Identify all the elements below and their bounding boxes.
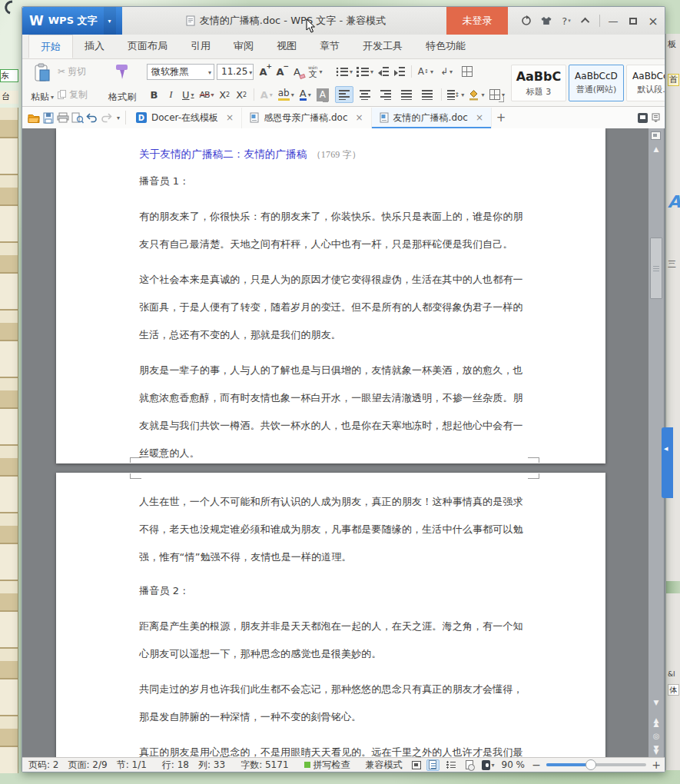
redo-button[interactable] (99, 110, 114, 125)
font-size-select[interactable]: 11.25 (217, 64, 254, 80)
strikethrough-button[interactable]: AB (198, 86, 215, 103)
align-left-button[interactable] (335, 86, 353, 103)
page-view-icon[interactable] (426, 759, 440, 771)
pinyin-guide-button[interactable]: wén文 (307, 63, 323, 80)
collapse-ribbon-icon[interactable] (576, 11, 596, 31)
doc-text-line[interactable]: 强，惟有“情”勉强不得，友情也是一样的道理。 (139, 543, 532, 571)
zoom-in-button[interactable]: + (652, 759, 661, 771)
doc-text-line[interactable]: 朋友是一辈子的事，人与人的了解也是与日俱增的，友情就象一杯美酒，放的愈久，也 (139, 357, 532, 384)
doc-text-line[interactable]: 心朋友可以遥想一下，那种思念的感觉也是很美妙的。 (139, 640, 532, 668)
formatting-marks-button[interactable]: ↲ (437, 63, 456, 80)
login-button[interactable]: 未登录 (446, 7, 508, 35)
fullscreen-icon[interactable] (412, 761, 421, 769)
chevron-down-icon[interactable]: ▾ (104, 7, 116, 35)
insert-table-button[interactable] (458, 63, 476, 80)
ribbon-tab-section[interactable]: 章节 (308, 35, 351, 58)
font-name-select[interactable]: 微软雅黑 (147, 64, 214, 80)
quick-toolbar-more-icon[interactable]: ▾ (114, 115, 123, 121)
ribbon-tab-insert[interactable]: 插入 (73, 35, 116, 58)
ribbon-tab-review[interactable]: 审阅 (222, 35, 265, 58)
print-button[interactable] (55, 110, 70, 125)
document-page-1[interactable]: 关于友情的广播稿二：友情的广播稿 （1769 字） 播音员 1： 有的朋友来了，… (56, 128, 605, 463)
minimize-button[interactable]: — (603, 11, 623, 31)
superscript-button[interactable]: X2 (217, 86, 232, 103)
ribbon-tab-view[interactable]: 视图 (265, 35, 308, 58)
scroll-up-icon[interactable]: ▲ (648, 145, 664, 153)
doc-tab-ganen[interactable]: 感恩母亲广播稿.doc × (242, 108, 371, 128)
paste-button[interactable]: 粘贴 (27, 61, 58, 105)
print-preview-button[interactable] (70, 110, 85, 125)
doc-text-line[interactable]: 友就是与我们共饮一樽酒。共饮一杯水的人，也是你在天寒地冻时，想起他心中会有一 (139, 412, 532, 440)
cut-button[interactable]: ✂ 剪切 (58, 63, 102, 80)
maximize-button[interactable] (623, 11, 643, 31)
highlight-color-button[interactable]: ab (277, 86, 296, 103)
wps-menu-button[interactable]: W WPS 文字 ▾ (22, 7, 122, 35)
save-button[interactable] (41, 110, 55, 125)
doc-text-line[interactable]: 丝暖意的人。 (139, 440, 532, 467)
close-tab-icon[interactable]: × (226, 112, 234, 123)
doc-text-line[interactable]: 播音员 2： (139, 577, 532, 605)
doc-text-line[interactable]: 真正的朋友是用心思念的，不是用眼睛天天看见的。远在千里之外的人也许才是我们最 (139, 739, 532, 757)
ribbon-tab-page-layout[interactable]: 页面布局 (116, 35, 179, 58)
zoom-out-button[interactable]: − (532, 759, 541, 771)
close-button[interactable]: × (643, 11, 663, 31)
ribbon-tab-dev-tools[interactable]: 开发工具 (351, 35, 414, 58)
new-tab-button[interactable]: + (492, 108, 510, 128)
text-effects-button[interactable]: A (259, 86, 274, 103)
style-default-paragraph[interactable]: AaBbCcD 默认段... (626, 65, 665, 101)
subscript-button[interactable]: X2 (234, 86, 249, 103)
undo-button[interactable] (85, 110, 99, 125)
style-heading3[interactable]: AaBbC 标题 3 (511, 65, 566, 101)
doc-text-line[interactable]: 那是发自肺腑的一种深情，一种不变的刻骨铭心。 (139, 703, 532, 731)
protect-mode-icon[interactable] (463, 759, 476, 771)
open-file-button[interactable] (26, 110, 41, 125)
line-spacing-button[interactable]: ↕ (446, 86, 465, 103)
format-painter-button[interactable]: 格式刷 (102, 61, 142, 105)
document-page-2[interactable]: 人生在世，一个人不可能和所有认识的人成为朋友，真正的朋友！这种事情真的是强求 不… (56, 473, 605, 757)
doc-heading-link[interactable]: 关于友情的广播稿二：友情的广播稿 (139, 148, 307, 160)
previous-page-icon[interactable]: ▲▲ (648, 719, 664, 726)
doc-text-line[interactable]: 这个社会本来是真诚的，只是人为的原因才使它变得很虚伪，生活在其中的人也都有一 (139, 266, 532, 294)
bold-button[interactable]: B (147, 86, 161, 103)
bullet-list-button[interactable] (335, 63, 353, 80)
shrink-font-button[interactable]: A− (273, 63, 287, 80)
underline-button[interactable]: U (181, 86, 196, 103)
style-normal-web[interactable]: AaBbCcD 普通(网站) (569, 65, 624, 101)
copy-button[interactable]: 复制 (58, 86, 102, 103)
decrease-indent-button[interactable] (376, 65, 390, 78)
next-page-icon[interactable]: ▼▼ (648, 746, 664, 754)
doc-text-line[interactable]: 共同走过的岁月也许我们此生都不会忘记，那种悠悠的思念只有真正的朋友才会懂得， (139, 676, 532, 703)
shading-color-button[interactable] (467, 86, 486, 103)
dialog-launcher-icon[interactable] (499, 97, 504, 102)
doc-tab-youqing[interactable]: 友情的广播稿.doc × (372, 108, 492, 128)
select-browse-object-icon[interactable]: ◎ (648, 733, 664, 740)
dialog-launcher-icon[interactable] (323, 97, 328, 102)
outline-view-icon[interactable] (445, 759, 458, 771)
justify-button[interactable] (397, 86, 416, 103)
doc-tab-docer[interactable]: D Docer-在线模板 × (128, 108, 242, 128)
distribute-button[interactable] (418, 86, 436, 103)
grow-font-button[interactable]: A+ (256, 63, 270, 80)
close-tab-icon[interactable]: × (476, 112, 483, 123)
clear-format-button[interactable]: A (290, 63, 304, 80)
doc-text-line[interactable]: 播音员 1： (139, 168, 532, 195)
sync-icon[interactable] (516, 11, 536, 31)
history-icon[interactable] (638, 113, 648, 123)
text-tool-button[interactable]: A↕ (416, 63, 435, 80)
close-tab-icon[interactable]: × (356, 112, 363, 123)
align-right-button[interactable] (376, 86, 395, 103)
doc-text-line[interactable]: 不得，老天也没规定谁必须和谁成为朋友，凡事都是要随缘的，生活中什么事都可以勉 (139, 516, 532, 543)
zoom-slider-thumb[interactable] (585, 759, 596, 770)
reading-toolbar-icon[interactable] (651, 131, 661, 140)
side-panel-handle[interactable]: ◀ (662, 427, 673, 498)
italic-button[interactable]: I (164, 86, 178, 103)
doc-text-line[interactable]: 生活，总还有不变的人，那就是我们的朋友。 (139, 321, 532, 349)
zoom-slider[interactable] (546, 763, 646, 766)
spell-check-status[interactable]: 拼写检查 (304, 759, 350, 772)
align-center-button[interactable] (356, 86, 374, 103)
doc-text-line[interactable]: 就愈浓愈香愈醇，而有时友情也象一杯白开水，一眼望去清澈透明，不掺一丝杂质。朋 (139, 384, 532, 412)
font-color-button[interactable]: A (298, 86, 313, 103)
status-word-count[interactable]: 字数: 5171 (240, 759, 288, 772)
increase-indent-button[interactable] (393, 65, 406, 78)
numbered-list-button[interactable] (356, 63, 374, 80)
